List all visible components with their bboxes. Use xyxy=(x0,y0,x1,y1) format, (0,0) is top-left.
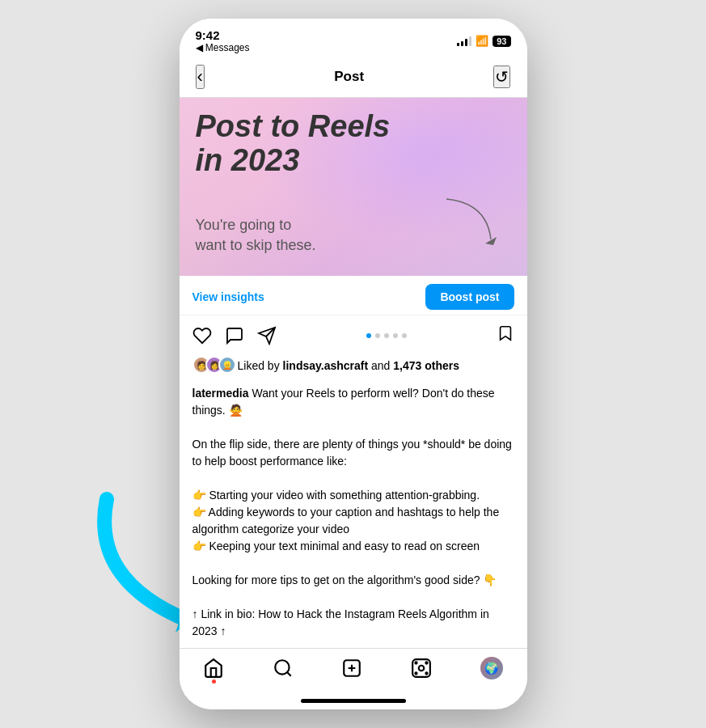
svg-point-12 xyxy=(425,662,427,663)
svg-point-13 xyxy=(415,672,416,674)
nav-create[interactable] xyxy=(341,658,362,679)
dot-5 xyxy=(402,333,407,338)
nav-title: Post xyxy=(334,69,364,85)
status-time: 9:42 xyxy=(196,28,220,42)
liked-by-suffix: and xyxy=(368,359,393,372)
caption-line-2: On the flip side, there are plenty of th… xyxy=(192,438,512,468)
signal-bar-1 xyxy=(457,43,459,46)
caption-link: ↑ Link in bio: How to Hack the Instagram… xyxy=(192,607,489,637)
bottom-spacer xyxy=(180,703,527,709)
caption-cta: Looking for more tips to get on the algo… xyxy=(192,574,497,586)
post-image-subtitle: You're going to want to skip these. xyxy=(196,215,316,256)
liked-by-user[interactable]: lindsay.ashcraft xyxy=(283,359,369,372)
caption-tip-1: 👉 Starting your video with something att… xyxy=(192,489,480,502)
liked-by-count: 1,473 others xyxy=(393,359,459,372)
signal-bar-2 xyxy=(461,41,463,46)
likes-avatars: 🧑 👩 👱 xyxy=(192,356,231,374)
likes-text: Liked by lindsay.ashcraft and 1,473 othe… xyxy=(238,358,459,375)
action-bar: View insights Boost post xyxy=(180,276,527,315)
caption-username[interactable]: latermedia xyxy=(192,387,249,400)
avatar-3: 👱 xyxy=(218,356,236,374)
refresh-button[interactable]: ↺ xyxy=(493,66,510,88)
caption-section: latermedia Want your Reels to perform we… xyxy=(180,385,527,648)
likes-row: 🧑 👩 👱 Liked by lindsay.ashcraft and 1,47… xyxy=(180,356,527,385)
nav-bar: ‹ Post ↺ xyxy=(180,58,527,98)
signal-bar-3 xyxy=(465,39,467,46)
bottom-nav: 🌍 xyxy=(180,648,527,696)
home-active-dot xyxy=(212,679,216,684)
svg-point-10 xyxy=(419,666,425,671)
caption-tip-3: 👉 Keeping your text minimal and easy to … xyxy=(192,540,480,552)
nav-profile[interactable]: 🌍 xyxy=(480,657,503,679)
signal-bar-4 xyxy=(469,36,471,46)
signal-bars xyxy=(457,36,471,46)
dot-2 xyxy=(375,333,380,338)
post-image-title: Post to Reels in 2023 xyxy=(196,110,391,178)
dots-indicator xyxy=(366,333,407,338)
nav-reels[interactable] xyxy=(411,658,432,679)
nav-search[interactable] xyxy=(273,658,294,679)
like-button[interactable] xyxy=(192,326,212,345)
share-button[interactable] xyxy=(257,326,277,345)
nav-home[interactable] xyxy=(203,658,224,679)
view-insights-button[interactable]: View insights xyxy=(192,290,264,303)
action-icons-left xyxy=(192,326,277,345)
bookmark-button[interactable] xyxy=(497,324,514,348)
wifi-icon: 📶 xyxy=(476,35,488,47)
status-bar: 9:42 ◀ Messages 📶 93 xyxy=(180,19,527,58)
status-icons: 📶 93 xyxy=(457,35,510,47)
search-icon xyxy=(273,658,294,679)
svg-point-11 xyxy=(415,662,416,663)
icon-row xyxy=(180,315,527,356)
battery-icon: 93 xyxy=(493,36,510,47)
svg-point-4 xyxy=(275,660,289,674)
reels-icon xyxy=(411,658,432,679)
caption-tip-2: 👉 Adding keywords to your caption and ha… xyxy=(192,506,500,535)
svg-line-5 xyxy=(287,672,291,676)
back-button[interactable]: ‹ xyxy=(196,65,205,89)
dot-1 xyxy=(366,333,371,338)
comment-button[interactable] xyxy=(225,326,244,345)
create-icon xyxy=(341,658,362,679)
profile-avatar: 🌍 xyxy=(480,657,503,679)
phone-frame: 9:42 ◀ Messages 📶 93 ‹ Post ↺ xyxy=(180,19,527,709)
dot-4 xyxy=(393,333,398,338)
dot-3 xyxy=(384,333,389,338)
decorative-arrow xyxy=(438,195,503,252)
home-icon xyxy=(203,658,224,679)
status-back-label[interactable]: ◀ Messages xyxy=(196,42,250,53)
caption-text: latermedia Want your Reels to perform we… xyxy=(192,385,514,640)
svg-point-14 xyxy=(425,672,427,674)
liked-by-prefix: Liked by xyxy=(238,359,283,372)
boost-post-button[interactable]: Boost post xyxy=(425,284,514,310)
post-image: Post to Reels in 2023 You're going to wa… xyxy=(180,98,527,276)
